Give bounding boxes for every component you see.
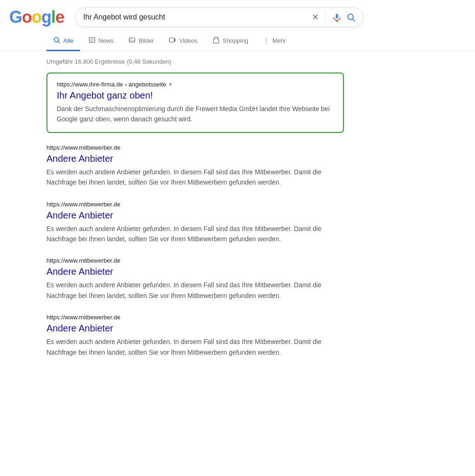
result-title-1[interactable]: Andere Anbieter (46, 152, 344, 165)
result-url-3: https://www.mitbewerber.de (46, 257, 344, 264)
results-area: Umgefähr 16.800 Ergebnisse (0,48 Sekunde… (0, 52, 353, 380)
tab-alle[interactable]: Alle (46, 32, 80, 51)
search-input[interactable] (83, 13, 307, 21)
logo-g1: G (9, 9, 22, 26)
logo-o1: o (22, 9, 32, 26)
google-logo: Google (9, 9, 64, 26)
results-count: Umgefähr 16.800 Ergebnisse (0,48 Sekunde… (46, 58, 344, 65)
result-title-3[interactable]: Andere Anbieter (46, 265, 344, 278)
tab-news[interactable]: News (82, 32, 120, 51)
videos-icon (169, 36, 176, 45)
result-snippet-1: Es werden auch andere Anbieter gefunden.… (46, 167, 344, 188)
result-title-4[interactable]: Andere Anbieter (46, 322, 344, 335)
logo-g2: g (41, 9, 51, 26)
search-bar: ✕ (75, 7, 363, 27)
tab-alle-label: Alle (63, 37, 73, 44)
result-title-2[interactable]: Andere Anbieter (46, 209, 344, 222)
result-url-2: https://www.mitbewerber.de (46, 201, 344, 208)
highlighted-result-title[interactable]: Ihr Angebot ganz oben! (57, 89, 334, 102)
search-divider (325, 12, 326, 23)
tab-bilder[interactable]: Bilder (122, 32, 160, 51)
mic-icon[interactable] (332, 13, 342, 22)
bilder-icon (128, 36, 136, 45)
svg-line-1 (353, 19, 355, 21)
logo-o2: o (32, 9, 41, 26)
logo-e: e (55, 9, 64, 26)
result-item-3: https://www.mitbewerber.de Andere Anbiet… (46, 257, 344, 301)
result-snippet-4: Es werden auch andere Anbieter gefunden.… (46, 337, 344, 357)
result-url-4: https://www.mitbewerber.de (46, 314, 344, 321)
search-icon[interactable] (346, 13, 356, 22)
alle-icon (53, 36, 60, 45)
tab-mehr[interactable]: ⋮ Mehr (257, 33, 293, 51)
highlighted-result: https://www.ihre-firma.de › angebotsseit… (46, 73, 344, 133)
result-item-1: https://www.mitbewerber.de Andere Anbiet… (46, 144, 344, 188)
svg-line-3 (58, 41, 59, 43)
tab-shopping[interactable]: Shopping (206, 32, 255, 51)
clear-icon[interactable]: ✕ (312, 12, 319, 22)
shopping-icon (212, 36, 220, 45)
logo-l: l (51, 9, 55, 26)
nav-tabs: Alle News Bilder (0, 32, 475, 52)
mehr-icon: ⋮ (263, 37, 270, 45)
result-item-4: https://www.mitbewerber.de Andere Anbiet… (46, 314, 344, 357)
highlighted-result-snippet: Dank der Suchmaschinenoptimierung durch … (57, 104, 334, 125)
result-snippet-2: Es werden auch andere Anbieter gefunden.… (46, 224, 344, 245)
news-icon (88, 36, 96, 45)
tab-shopping-label: Shopping (223, 37, 248, 44)
svg-point-9 (131, 39, 132, 40)
tab-mehr-label: Mehr (272, 37, 286, 44)
highlighted-result-url: https://www.ihre-firma.de › angebotsseit… (57, 81, 334, 88)
url-dropdown-arrow[interactable]: ▾ (169, 81, 172, 87)
result-item-2: https://www.mitbewerber.de Andere Anbiet… (46, 201, 344, 245)
tab-bilder-label: Bilder (139, 37, 154, 44)
result-url-1: https://www.mitbewerber.de (46, 144, 344, 151)
header: Google ✕ (0, 0, 475, 32)
result-snippet-3: Es werden auch andere Anbieter gefunden.… (46, 280, 344, 301)
svg-rect-10 (170, 38, 175, 42)
tab-videos[interactable]: Videos (162, 32, 204, 51)
tab-videos-label: Videos (179, 37, 198, 44)
tab-news-label: News (99, 37, 114, 44)
